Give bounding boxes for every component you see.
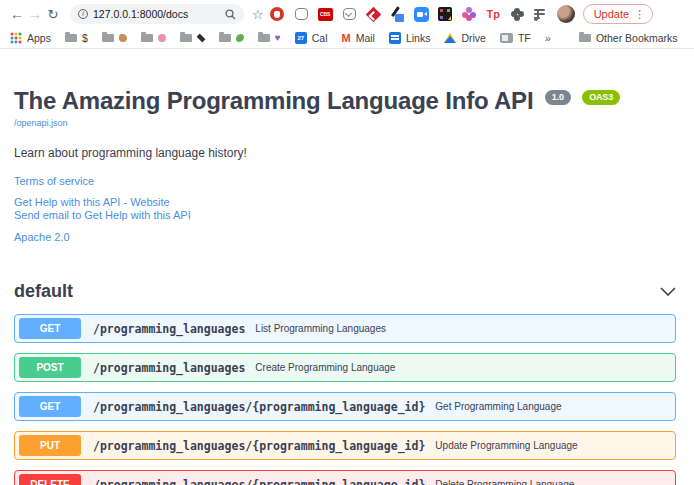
adblock-extension-icon[interactable]	[270, 7, 285, 22]
terms-of-service-link[interactable]: Terms of service	[14, 175, 94, 187]
browser-window: ← → ↻ i 127.0.0.1:8000/docs ☆ CBS	[0, 0, 694, 485]
endpoint-summary: Create Programming Language	[255, 362, 395, 373]
puzzle-extension-icon[interactable]	[510, 7, 525, 22]
qr-extension-icon[interactable]	[438, 7, 453, 22]
bookmark-star-icon[interactable]: ☆	[252, 7, 264, 22]
apps-grid-icon	[10, 32, 22, 44]
bookmark-folder-graduation[interactable]	[180, 34, 205, 42]
endpoint-path: /programming_languages	[93, 322, 245, 336]
bookmark-mail[interactable]: M Mail	[341, 32, 374, 44]
purple-heart-emoji-icon: ♥	[275, 33, 281, 43]
endpoint-summary: Delete Programming Language	[435, 479, 574, 485]
update-button[interactable]: Update ⋮	[583, 4, 653, 24]
zoom-indicator-icon[interactable]	[225, 9, 236, 20]
folder-icon	[579, 34, 591, 42]
browser-toolbar: ← → ↻ i 127.0.0.1:8000/docs ☆ CBS	[0, 0, 694, 28]
endpoint-row-delete-language[interactable]: DELETE /programming_languages/{programmi…	[14, 470, 676, 485]
oas3-badge: OAS3	[582, 90, 620, 105]
profile-avatar[interactable]	[557, 5, 575, 23]
horse-emoji-icon	[119, 34, 127, 42]
playlist-extension-icon[interactable]	[534, 7, 549, 22]
endpoint-row-get-language[interactable]: GET /programming_languages/{programming_…	[14, 392, 676, 421]
contact-website-link[interactable]: Get Help with this API - Website	[14, 196, 170, 209]
endpoint-summary: List Programming Languages	[255, 323, 386, 334]
bookmark-folder-heart[interactable]: ♥	[258, 33, 281, 43]
folder-icon	[65, 34, 77, 42]
endpoint-row-update-language[interactable]: PUT /programming_languages/{programming_…	[14, 431, 676, 460]
brain-emoji-icon	[158, 34, 166, 42]
folder-icon	[258, 34, 270, 42]
cbs-extension-icon[interactable]: CBS	[318, 8, 333, 21]
pocket-extension-icon[interactable]	[342, 7, 357, 22]
google-drive-icon	[444, 33, 456, 43]
leaf-emoji-icon	[236, 34, 244, 42]
endpoint-summary: Get Programming Language	[435, 401, 561, 412]
forward-icon[interactable]: →	[26, 6, 44, 22]
endpoint-path: /programming_languages/{programming_lang…	[93, 400, 425, 414]
page-title: The Amazing Programming Language Info AP…	[14, 87, 676, 115]
license-link[interactable]: Apache 2.0	[14, 231, 70, 243]
zoom-camera-extension-icon[interactable]	[414, 7, 429, 22]
endpoint-path: /programming_languages	[93, 361, 245, 375]
folder-icon	[219, 34, 231, 42]
tag-name: default	[14, 281, 73, 302]
swagger-docs-page: The Amazing Programming Language Info AP…	[0, 49, 694, 485]
address-bar[interactable]: i 127.0.0.1:8000/docs	[70, 4, 244, 24]
endpoint-summary: Update Programming Language	[435, 440, 577, 451]
tag-section-header[interactable]: default	[14, 281, 676, 302]
bookmark-folder-leaf[interactable]	[219, 34, 244, 42]
bookmark-drive[interactable]: Drive	[444, 32, 486, 44]
endpoint-row-create-language[interactable]: POST /programming_languages Create Progr…	[14, 353, 676, 382]
method-badge: PUT	[19, 435, 81, 456]
bookmark-folder-money[interactable]: $	[65, 32, 88, 44]
chat-bubble-extension-icon[interactable]	[294, 7, 309, 22]
bookmark-folder-brain[interactable]	[141, 34, 166, 42]
folder-icon	[102, 34, 114, 42]
tf-favicon-icon	[500, 33, 513, 43]
reload-icon[interactable]: ↻	[44, 7, 62, 22]
browser-menu-kebab-icon[interactable]: ⋮	[634, 9, 645, 20]
eyedropper-extension-icon[interactable]	[390, 7, 405, 22]
other-bookmarks[interactable]: Other Bookmarks	[579, 32, 678, 44]
version-badge: 1.0	[545, 90, 571, 105]
method-badge: GET	[19, 396, 81, 417]
contact-email-link[interactable]: Send email to Get Help with this API	[14, 209, 191, 222]
site-info-icon[interactable]: i	[78, 9, 88, 19]
bookmark-tf[interactable]: TF	[500, 32, 531, 44]
calendar-icon: 27	[295, 32, 307, 44]
method-badge: DELETE	[19, 474, 81, 485]
bookmarks-bar: Apps $ ♥ 27 Cal M	[0, 28, 694, 49]
method-badge: POST	[19, 357, 81, 378]
bookmark-apps[interactable]: Apps	[10, 32, 51, 44]
back-icon[interactable]: ←	[8, 6, 26, 22]
endpoint-row-list-languages[interactable]: GET /programming_languages List Programm…	[14, 314, 676, 343]
url-text[interactable]: 127.0.0.1:8000/docs	[93, 8, 220, 20]
method-badge: GET	[19, 318, 81, 339]
endpoint-path: /programming_languages/{programming_lang…	[93, 478, 425, 485]
bookmarks-overflow-chevron[interactable]: »	[545, 32, 551, 44]
bookmark-links[interactable]: Links	[389, 32, 431, 44]
links-icon	[389, 32, 401, 44]
api-title-text: The Amazing Programming Language Info AP…	[14, 87, 533, 114]
chevron-down-icon[interactable]	[660, 287, 676, 296]
endpoint-path: /programming_languages/{programming_lang…	[93, 439, 425, 453]
flower-extension-icon[interactable]	[462, 7, 477, 22]
tp-extension-icon[interactable]: Tp	[486, 7, 501, 22]
bookmark-folder-horse[interactable]	[102, 34, 127, 42]
api-description: Learn about programming language history…	[14, 146, 676, 160]
gmail-icon: M	[341, 32, 350, 44]
folder-icon	[180, 34, 192, 42]
openapi-json-link[interactable]: /openapi.json	[14, 118, 68, 128]
extensions-row: CBS Tp	[270, 7, 549, 22]
bookmark-calendar[interactable]: 27 Cal	[295, 32, 328, 44]
red-diamond-extension-icon[interactable]	[366, 7, 381, 22]
graduation-cap-emoji-icon	[196, 34, 205, 43]
update-label: Update	[594, 8, 629, 20]
folder-icon	[141, 34, 153, 42]
